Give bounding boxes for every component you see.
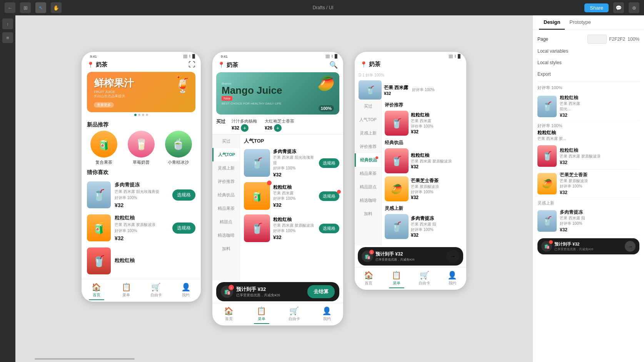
body-with-menu-3: 买过 人气TOP 灵感上新 评价推荐 经典饮品 精品果茶 精品甜点 精选咖啡 加… — [355, 100, 466, 246]
layers-icon[interactable]: ⊞ — [20, 2, 31, 13]
cursor-icon[interactable]: ↖ — [35, 2, 46, 13]
rp-product-4: 🥤 多肉青提冻 芒果 西米露 阳 好评率 100% ¥32 — [537, 207, 639, 235]
bg-color-swatch[interactable] — [587, 35, 607, 44]
s3-menu-inspiration[interactable]: 灵感上新 — [355, 126, 381, 140]
classic-section-title: 经典饮品 — [382, 137, 466, 147]
guess-product-2: 🧃 粒粒红柚 芒果 西米露 胶原酸波浪 好评率 100% ¥32 选规格 — [82, 211, 201, 244]
spec-btn-2[interactable]: 选规格 — [319, 191, 339, 201]
home-icon: 🏠 — [92, 282, 101, 292]
canvas-scrollbar[interactable] — [35, 358, 135, 360]
page-label: Page — [537, 37, 548, 42]
share-button[interactable]: Share — [584, 3, 609, 12]
product-img-2: 🧃 — [244, 182, 270, 210]
bottom-nav-1: 🏠 首页 📋 菜单 🛒 自由卡 👤 我约 — [82, 279, 201, 302]
signal-icon-2: |||| — [326, 54, 330, 58]
phone-2: 9:41 |||| ⌇ ▉ 📍 奶茶 🔍 Brands — [212, 52, 343, 325]
cart-bar-2: 🛍️ 1 预计到手 ¥32 已享受更低优惠，共减免¥26 去结算 — [216, 282, 339, 301]
new-product-1[interactable]: 🧃 复合果茶 — [87, 131, 121, 165]
select-spec-btn-1[interactable]: 选规格 — [172, 189, 195, 201]
side-menu-item-inspiration[interactable]: 灵感上新 — [212, 161, 240, 175]
s3-menu-fruit[interactable]: 精品果茶 — [355, 167, 381, 180]
local-styles-row: Local styles — [537, 58, 639, 67]
guess-product-1: 🥤 多肉青提冻 芒果 西米露 阳光玫瑰青提 好评率 100% ¥32 选规格 — [82, 178, 201, 211]
side-menu-item-popular[interactable]: 人气TOP — [212, 148, 240, 161]
card-icon: 🛒 — [151, 282, 161, 292]
back-icon[interactable]: ← — [5, 2, 15, 13]
spec-btn-3[interactable]: 选规格 — [319, 224, 339, 233]
side-menu-item-sweet[interactable]: 精甜点 — [212, 215, 240, 229]
checkout-btn-2[interactable]: 去结算 — [307, 285, 335, 298]
phones-container: 9:41 |||| ⌇ ▉ 📍 奶茶 ⛶ 鲜榨果汁 — [82, 52, 466, 325]
product-list-3: 评价推荐 🥤 粒粒红柚 芒果 西米露 评价率 100% ¥32 经典饮品 — [382, 100, 466, 246]
add-product-2-btn[interactable]: + — [274, 124, 282, 132]
status-bar-2: 9:41 |||| ⌇ ▉ — [212, 52, 343, 59]
side-menu-item-addon[interactable]: 加料 — [212, 242, 240, 256]
left-sidebar: ↕ ≡ — [0, 15, 15, 362]
location-2: 📍 奶茶 — [218, 61, 238, 69]
nav-home-1[interactable]: 🏠 首页 — [82, 282, 112, 300]
comment-icon[interactable]: 💬 — [613, 2, 624, 13]
nav-profile-3[interactable]: 👤 我约 — [439, 271, 467, 288]
new-product-3[interactable]: 🍵 小青桔冰沙 — [161, 131, 195, 165]
product-img-1: 🥤 — [244, 149, 270, 177]
p3-product-4: 🥤 多肉青提冻 芒果 西米露 阳 好评率 100% ¥32 — [382, 213, 466, 241]
banner-btn[interactable]: 查看更多 — [94, 102, 114, 108]
s3-menu-coffee[interactable]: 精选咖啡 — [355, 194, 381, 207]
local-variables-link[interactable]: Local variables — [537, 47, 568, 55]
right-panel: Design Prototype Page F2F2F2 100% Local … — [532, 15, 644, 362]
side-menu-item-bought[interactable]: 买过 — [212, 135, 240, 148]
rp-checkout-icon[interactable]: → — [625, 241, 636, 252]
cart-badge-2: 1 — [229, 285, 234, 290]
nav-menu-1[interactable]: 📋 菜单 — [112, 282, 142, 300]
battery-icon-2: ▉ — [335, 54, 338, 58]
export-link[interactable]: Export — [537, 70, 551, 78]
nav-card-1[interactable]: 🛒 自由卡 — [141, 282, 171, 300]
s3-menu-popular[interactable]: 人气TOP — [355, 113, 381, 126]
nav-menu-3[interactable]: 📋 菜单 — [383, 271, 411, 288]
layers-panel-icon[interactable]: ≡ — [2, 32, 13, 43]
add-product-1-btn[interactable]: + — [241, 124, 249, 132]
expand-icon[interactable]: ⛶ — [189, 61, 195, 69]
hand-icon[interactable]: ✋ — [51, 2, 62, 13]
s3-menu-sweet[interactable]: 精品甜点 — [355, 180, 381, 194]
nav-home-3[interactable]: 🏠 首页 — [355, 271, 383, 288]
rp-product-2: 🥤 粒粒红柚 芒果 西米露 胶原酸波浪 ¥32 — [537, 143, 639, 169]
tab-design[interactable]: Design — [539, 15, 565, 30]
side-menu-item-fruit[interactable]: 精品果茶 — [212, 202, 240, 215]
s3-menu-rating[interactable]: 评价推荐 — [355, 140, 381, 153]
nav-card-3[interactable]: 🛒 自由卡 — [410, 271, 439, 288]
search-icon[interactable]: 🔍 — [329, 61, 338, 69]
select-spec-btn-2[interactable]: 选规格 — [172, 223, 195, 234]
bought-product-1[interactable]: 汁汁多肉杨梅 ¥32 + — [232, 118, 257, 132]
side-menu-item-coffee[interactable]: 精选咖啡 — [212, 229, 240, 242]
nav-menu-2[interactable]: 📋 菜单 — [245, 306, 278, 324]
tab-prototype[interactable]: Prototype — [565, 15, 596, 30]
wifi-icon-2: ⌇ — [331, 54, 333, 58]
nav-card-2[interactable]: 🛒 自由卡 — [278, 306, 310, 324]
spec-btn-1[interactable]: 选规格 — [319, 158, 339, 168]
side-menu-item-rating[interactable]: 评价推荐 — [212, 175, 240, 188]
profile-icon: 👤 — [181, 282, 191, 292]
nav-home-2[interactable]: 🏠 首页 — [212, 306, 245, 324]
new-badge: New — [222, 96, 232, 101]
bought-product-2[interactable]: 大红袍芝士香茶 ¥26 + — [265, 118, 294, 132]
side-menu-3: 买过 人气TOP 灵感上新 评价推荐 经典饮品 精品果茶 精品甜点 精选咖啡 加… — [355, 100, 382, 246]
s3-menu-bought[interactable]: 买过 — [355, 100, 381, 113]
export-row: Export — [537, 70, 639, 78]
checkout-circle-btn-3[interactable]: → — [446, 250, 459, 263]
toolbar: ← ⊞ ↖ ✋ Drafts / UI Share 💬 ⊕ — [0, 0, 644, 15]
nav-profile-1[interactable]: 👤 我约 — [171, 282, 201, 300]
p3-product-3: 🥭 芒果芝士香茶 芒果 胶原酸波浪 好评率 100% ¥32 — [382, 175, 466, 203]
side-menu-item-classic[interactable]: 经典饮品 — [212, 188, 240, 202]
menu-icon-2: 📋 — [257, 306, 266, 316]
bg-opacity-value: 100% — [627, 37, 639, 42]
zoom-icon[interactable]: ⊕ — [629, 2, 639, 13]
new-product-2[interactable]: 🥛 草莓奶普 — [124, 131, 158, 165]
local-styles-link[interactable]: Local styles — [537, 58, 562, 67]
signal-icon-3: |||| — [449, 54, 453, 58]
s3-menu-classic[interactable]: 经典饮品 — [355, 153, 381, 167]
nav-profile-2[interactable]: 👤 我约 — [310, 306, 343, 324]
s3-menu-addon[interactable]: 加料 — [355, 207, 381, 221]
signal-icon: |||| — [184, 54, 187, 58]
move-icon[interactable]: ↕ — [2, 18, 13, 29]
